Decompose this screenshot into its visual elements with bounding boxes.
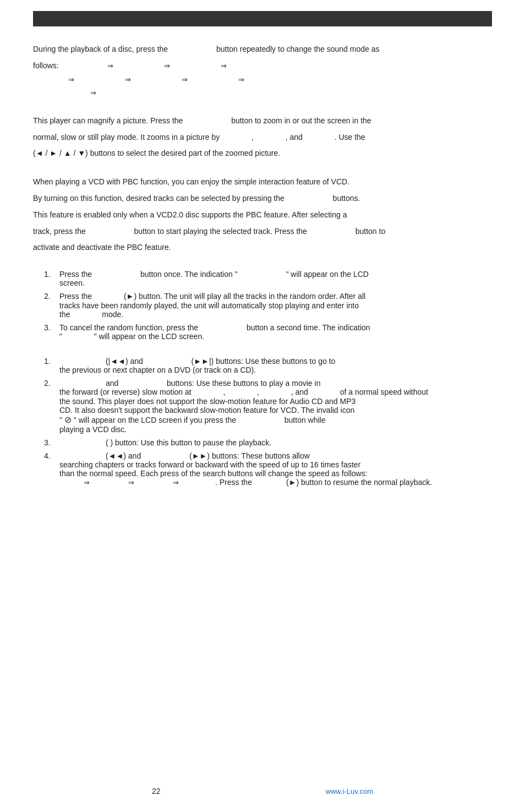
cancel-indication-placeholder — [64, 334, 92, 341]
mode8-placeholder — [100, 89, 144, 97]
zoom-line2: normal, slow or still play mode. It zoom… — [33, 131, 492, 144]
mode6-placeholder — [191, 76, 235, 84]
mode5-placeholder — [134, 76, 178, 84]
sound-mode-line1: During the playback of a disc, press the… — [33, 43, 492, 56]
pbc-pbc-placeholder — [309, 228, 353, 236]
slow-fwd-placeholder — [59, 380, 103, 388]
zoom-line1: This player can magnify a picture. Press… — [33, 115, 492, 128]
play-button-placeholder — [94, 293, 122, 301]
sound-mode-arrows3: ⇒ — [88, 87, 492, 99]
prev-chapter-placeholder — [59, 358, 103, 366]
list-item: 1. Press the button once. The indication… — [44, 270, 492, 287]
zoom-button-placeholder — [185, 117, 229, 125]
next-chapter-placeholder — [145, 358, 189, 366]
resume-button-placeholder — [255, 478, 283, 486]
zoom-size3-placeholder — [305, 134, 332, 141]
pbc-line4: track, press the button to start playing… — [33, 225, 492, 238]
pbc-numbutton-placeholder — [287, 195, 331, 203]
sound-mode-arrows1: follows: ⇒ ⇒ ⇒ — [33, 59, 492, 73]
audio-button-placeholder — [170, 46, 214, 53]
mode3-placeholder — [173, 62, 217, 70]
speed3-placeholder — [261, 389, 289, 397]
page-footer: 22 www.i-Luv.com — [0, 787, 525, 795]
cancel-random-placeholder — [200, 324, 244, 332]
mode1-placeholder — [60, 62, 104, 70]
page-container: During the playback of a disc, press the… — [0, 0, 525, 812]
random-play-list: 1. Press the button once. The indication… — [44, 270, 492, 341]
pbc-line5: activate and deactivate the PBC feature. — [33, 241, 492, 254]
sound-mode-arrows2: ⇒ ⇒ ⇒ ⇒ — [66, 74, 492, 86]
zoom-size2-placeholder — [256, 134, 283, 141]
zoom-section: This player can magnify a picture. Press… — [33, 115, 492, 160]
list-item: 3. To cancel the random function, press … — [44, 323, 492, 341]
random-mode-button-placeholder — [94, 271, 138, 279]
search-fwd-label-placeholder — [143, 453, 187, 460]
list-item: 2. and buttons: Use these buttons to pla… — [44, 379, 492, 434]
header-bar — [33, 11, 492, 26]
list-item: 3. ( ) button: Use this button to pause … — [44, 438, 492, 447]
zoom-size1-placeholder — [222, 134, 249, 141]
zoom-line3: (◄ / ► / ▲ / ▼) buttons to select the de… — [33, 147, 492, 160]
random-mode-name-placeholder — [72, 311, 100, 319]
navigation-list: 1. (|◄◄) and (►►|) buttons: Use these bu… — [44, 357, 492, 487]
pbc-line1: When playing a VCD with PBC function, yo… — [33, 176, 492, 189]
list-item: 2. Press the (►) button. The unit will p… — [44, 292, 492, 319]
mode4-placeholder — [78, 76, 122, 84]
pbc-line3: This feature is enabled only when a VCD2… — [33, 209, 492, 222]
search-rev-label-placeholder — [59, 453, 103, 460]
speed2-placeholder — [227, 389, 255, 397]
slow-rev-placeholder — [121, 380, 165, 388]
mode7-placeholder — [248, 76, 292, 84]
speed4-placeholder — [310, 389, 338, 397]
speed-row: ⇒ ⇒ ⇒ . Press the (►) button to resume t… — [81, 478, 492, 487]
list-item: 4. (◄◄) and (►►) buttons: These buttons … — [44, 451, 492, 487]
pbc-play-placeholder — [88, 228, 132, 236]
slow-button-placeholder2 — [238, 417, 282, 424]
list-item: 1. (|◄◄) and (►►|) buttons: Use these bu… — [44, 357, 492, 374]
pause-button-label-placeholder — [59, 439, 103, 447]
speed1-placeholder — [194, 389, 221, 397]
random-indication-placeholder — [240, 271, 284, 279]
pbc-section: When playing a VCD with PBC function, yo… — [33, 176, 492, 254]
sound-mode-section: During the playback of a disc, press the… — [33, 43, 492, 99]
pbc-line2: By turning on this function, desired tra… — [33, 192, 492, 205]
footer-link[interactable]: www.i-Luv.com — [326, 787, 373, 795]
page-number: 22 — [152, 787, 161, 795]
mode2-placeholder — [117, 62, 161, 70]
